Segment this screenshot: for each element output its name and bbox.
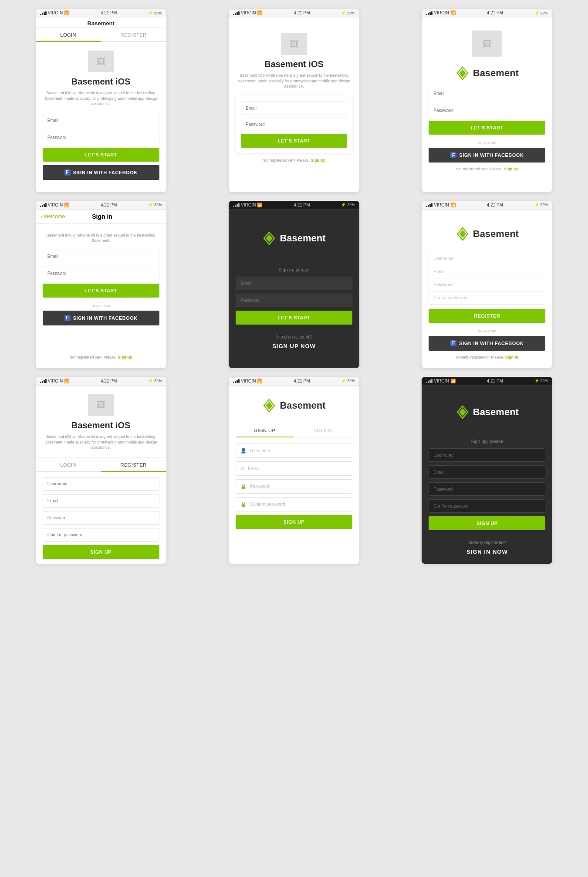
email-field-9[interactable] — [429, 465, 545, 479]
battery-6: ⚡ 22% — [534, 203, 548, 207]
window-title-1: Basement — [88, 20, 115, 27]
status-bar-5: VIRGIN 📶 4:21 PM ⚡ 22% — [229, 201, 359, 210]
password-row-8[interactable]: 🔒 Password — [236, 479, 352, 494]
signup-btn-8[interactable]: SIGN UP — [236, 515, 352, 529]
facebook-label-1: SIGN IN WITH FACEBOOK — [73, 170, 138, 175]
diamond-icon-3 — [456, 66, 470, 80]
lets-start-btn-2[interactable]: LET'S START — [241, 134, 347, 148]
password-field-9[interactable] — [429, 482, 545, 496]
facebook-btn-3[interactable]: f SIGN IN WITH FACEBOOK — [429, 148, 545, 163]
signup-link-2[interactable]: Sign Up — [311, 158, 326, 163]
carrier-9: VIRGIN — [434, 379, 449, 383]
battery-1: ⚡ 22% — [148, 11, 162, 15]
screen9-content: Basement Sign up, please SIGN UP Already… — [422, 386, 552, 564]
phone-screen-3: VIRGIN 📶 4:21 PM ⚡ 22% 🖼 Basement — [422, 9, 552, 192]
password-field-3[interactable] — [429, 104, 545, 117]
password-field-1[interactable] — [43, 131, 159, 144]
signup-link-3[interactable]: Sign Up — [504, 167, 519, 171]
time-7: 4:21 PM — [101, 379, 117, 383]
lets-start-btn-1[interactable]: LET'S START — [43, 148, 159, 162]
email-field-7[interactable] — [43, 494, 159, 508]
email-field-1[interactable] — [43, 114, 159, 127]
carrier-8: VIRGIN — [241, 379, 256, 383]
password-field-5[interactable] — [236, 294, 352, 307]
need-account-5: Need an account? — [236, 335, 352, 339]
wifi-icon-8: 📶 — [257, 379, 262, 383]
screen3-content: 🖼 Basement LET'S START or you can f SIGN… — [422, 17, 552, 180]
user-icon-8: 👤 — [240, 448, 247, 454]
facebook-btn-4[interactable]: f SIGN IN WITH FACEBOOK — [43, 311, 159, 325]
status-bar-4: VIRGIN 📶 4:21 PM ⚡ 22% — [36, 201, 166, 210]
email-field-5[interactable] — [236, 277, 352, 290]
signup-now-btn-5[interactable]: SIGN UP NOW — [236, 343, 352, 349]
app-subtitle-1: Basement iOS wireframe kit is a great se… — [43, 90, 159, 107]
facebook-label-6: SIGN IN WITH FACEBOOK — [459, 341, 524, 346]
nav-back-4[interactable]: ‹ Welcome — [41, 213, 65, 220]
status-bar-6: VIRGIN 📶 4:21 PM ⚡ 22% — [422, 201, 552, 210]
screen1-content: 🖼 Basement iOS Basement iOS wireframe ki… — [36, 42, 166, 192]
email-field-2[interactable] — [241, 102, 347, 115]
facebook-btn-6[interactable]: f SIGN IN WITH FACEBOOK — [429, 336, 545, 351]
segment-signup-8[interactable]: SIGN UP — [236, 423, 294, 437]
brand-logo-5: Basement — [236, 231, 352, 245]
app-title-2: Basement iOS — [236, 59, 352, 69]
facebook-label-4: SIGN IN WITH FACEBOOK — [73, 315, 138, 321]
email-field-3[interactable] — [429, 87, 545, 100]
already-text-6: Already registered? Please. Sign In — [429, 355, 545, 359]
segment-signin-8[interactable]: SIGN IN — [294, 423, 352, 437]
username-field-7[interactable] — [43, 477, 159, 491]
wifi-icon-5: 📶 — [257, 203, 262, 207]
signup-label-9: Sign up, please — [429, 439, 545, 444]
tab-bar-7: LOGIN REGISTER — [36, 457, 166, 472]
username-field-9[interactable] — [429, 448, 545, 462]
confirm-row-8[interactable]: 🔒 Confirm password — [236, 497, 352, 511]
tab-login-1[interactable]: LOGIN — [36, 28, 101, 42]
phone-screen-5: VIRGIN 📶 4:21 PM ⚡ 22% Basement Sign in,… — [229, 201, 359, 368]
lets-start-btn-4[interactable]: LET'S START — [43, 284, 159, 298]
brand-name-3: Basement — [473, 68, 519, 79]
facebook-icon-1: f — [64, 169, 71, 176]
tab-register-7[interactable]: REGISTER — [101, 458, 166, 472]
register-text-4: Not registered yet? Please. Sign Up — [43, 355, 159, 359]
time-5: 4:21 PM — [294, 203, 310, 207]
brand-name-6: Basement — [473, 228, 519, 240]
confirm-field-7[interactable] — [43, 528, 159, 542]
logo-placeholder-3: 🖼 — [472, 30, 502, 57]
status-bar-8: VIRGIN 📶 4:21 PM ⚡ 22% — [229, 377, 359, 386]
time-8: 4:21 PM — [294, 379, 310, 383]
carrier-4: VIRGIN — [48, 203, 63, 207]
signup-btn-7[interactable]: SIGN UP — [43, 545, 159, 559]
password-field-6[interactable]: Password — [429, 278, 545, 291]
brand-name-5: Basement — [280, 233, 325, 244]
signup-btn-9[interactable]: SIGN UP — [429, 516, 545, 530]
email-field-6[interactable]: Email — [429, 265, 545, 278]
confirm-field-9[interactable] — [429, 499, 545, 513]
brand-name-9: Basement — [473, 406, 519, 418]
username-field-6[interactable]: Username — [429, 252, 545, 265]
email-field-4[interactable] — [43, 250, 159, 263]
tab-register-1[interactable]: REGISTER — [101, 28, 166, 41]
signin-now-btn-9[interactable]: SIGN IN NOW — [429, 549, 545, 555]
register-text-2: Not registered yet? Please. Sign Up — [236, 158, 352, 163]
phone-screen-1: VIRGIN 📶 4:21 PM ⚡ 22% Basement LOGIN RE… — [36, 9, 166, 192]
lets-start-btn-5[interactable]: LET'S START — [236, 311, 352, 325]
battery-3: ⚡ 22% — [534, 11, 548, 15]
password-field-2[interactable] — [241, 118, 347, 131]
facebook-btn-1[interactable]: f SIGN IN WITH FACEBOOK — [43, 165, 159, 180]
tab-login-7[interactable]: LOGIN — [36, 458, 101, 471]
password-field-7[interactable] — [43, 511, 159, 525]
signin-link-6[interactable]: Sign In — [505, 355, 518, 359]
signup-link-4[interactable]: Sign Up — [118, 355, 132, 359]
password-field-4[interactable] — [43, 267, 159, 280]
lets-start-btn-3[interactable]: LET'S START — [429, 121, 545, 135]
screen2-content: 🖼 Basement iOS Basement iOS wireframe ki… — [229, 17, 359, 171]
register-btn-6[interactable]: REGISTER — [429, 309, 545, 323]
tab-bar-1: LOGIN REGISTER — [36, 28, 166, 42]
already-text-9: Already registered? — [429, 540, 545, 545]
or-text-4: or you can — [43, 304, 159, 308]
battery-4: ⚡ 22% — [148, 203, 162, 207]
email-row-8[interactable]: ✉ Email — [236, 461, 352, 476]
screen7-content: 🖼 Basement iOS Basement iOS wireframe ki… — [36, 386, 166, 563]
confirm-field-6[interactable]: Confirm password — [429, 291, 545, 304]
username-row-8[interactable]: 👤 Username — [236, 444, 352, 458]
